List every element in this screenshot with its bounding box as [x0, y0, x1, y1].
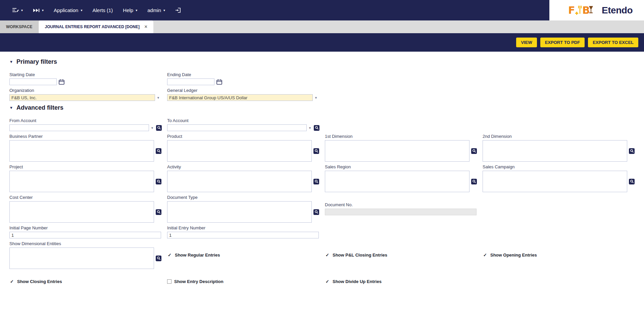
export-pdf-button[interactable]: EXPORT TO PDF: [540, 38, 585, 47]
ending-date-calendar-button[interactable]: [216, 79, 222, 85]
magnifier-icon: [472, 179, 476, 183]
collapse-arrow-icon[interactable]: ▼: [9, 60, 13, 64]
magnifier-icon: [630, 149, 634, 153]
checkbox-icon[interactable]: ✓: [325, 279, 330, 284]
app-root: ▾ ▾ Application ▾ Alerts (1) Help ▾: [0, 0, 644, 284]
field-2nd-dimension: 2nd Dimension: [483, 134, 640, 162]
checkbox-icon[interactable]: [167, 279, 171, 284]
show-dimensional-entities-search-button[interactable]: [156, 256, 161, 261]
section-title: Primary filters: [16, 58, 57, 65]
logout-button[interactable]: [175, 7, 181, 13]
fnb-logo: F B: [568, 4, 594, 17]
sales-region-search-button[interactable]: [471, 179, 477, 184]
collapse-arrow-icon[interactable]: ▼: [9, 106, 13, 110]
field-label: General Ledger: [167, 88, 325, 93]
show-dimensional-entities-input[interactable]: [9, 247, 154, 269]
checkbox-icon[interactable]: ✓: [9, 279, 14, 284]
svg-text:B: B: [582, 4, 590, 16]
svg-text:F: F: [568, 4, 575, 16]
field-label: 1st Dimension: [325, 134, 483, 139]
calendar-icon: [59, 79, 64, 85]
field-general-ledger: General Ledger F&B International Group U…: [167, 88, 325, 101]
business-partner-input[interactable]: [9, 140, 154, 162]
field-initial-entry-number: Initial Entry Number: [167, 225, 325, 238]
checkbox-show-regular-entries[interactable]: ✓ Show Regular Entries: [167, 253, 325, 258]
from-account-input[interactable]: [9, 124, 149, 131]
tab-workspace[interactable]: WORKSPACE: [0, 20, 39, 33]
from-account-search-button[interactable]: [156, 125, 162, 131]
organization-select[interactable]: F&B US, Inc.: [9, 94, 155, 101]
activity-search-button[interactable]: [313, 179, 319, 184]
field-cost-center: Cost Center: [9, 195, 167, 223]
sales-campaign-search-button[interactable]: [629, 179, 635, 184]
chevron-down-icon[interactable]: ▾: [156, 96, 160, 100]
sales-region-input[interactable]: [325, 171, 469, 192]
ending-date-input[interactable]: [167, 78, 214, 85]
field-initial-page-number: Initial Page Number: [9, 225, 167, 238]
1st-dimension-input[interactable]: [325, 140, 469, 162]
checkbox-label: Show Opening Entries: [490, 253, 537, 258]
to-account-input[interactable]: [167, 124, 307, 131]
starting-date-calendar-button[interactable]: [59, 79, 64, 85]
checkbox-show-closing-entries[interactable]: ✓ Show Closing Entries: [9, 279, 167, 284]
checkbox-icon[interactable]: ✓: [167, 253, 172, 258]
export-excel-button[interactable]: EXPORT TO EXCEL: [588, 38, 638, 47]
close-icon[interactable]: ×: [144, 24, 147, 30]
2nd-dimension-search-button[interactable]: [629, 148, 635, 154]
general-ledger-value: F&B International Group US/A/US Dollar: [169, 95, 247, 100]
view-button[interactable]: VIEW: [516, 38, 537, 47]
chevron-down-icon[interactable]: ▾: [314, 96, 318, 100]
magnifier-icon: [314, 149, 318, 153]
document-type-search-button[interactable]: [313, 209, 319, 215]
document-type-input[interactable]: [167, 201, 312, 223]
checkbox-show-entry-description[interactable]: Show Entry Description: [167, 279, 325, 284]
cost-center-search-button[interactable]: [156, 209, 161, 215]
section-primary-filters[interactable]: ▼ Primary filters: [9, 58, 644, 65]
field-label: Show Dimensional Entities: [9, 241, 167, 246]
project-input[interactable]: [9, 171, 154, 192]
product-input[interactable]: [167, 140, 312, 162]
checkbox-icon[interactable]: ✓: [325, 253, 330, 258]
to-account-search-button[interactable]: [314, 125, 319, 131]
nav-user[interactable]: admin ▾: [147, 7, 165, 13]
fast-forward-icon: [33, 8, 40, 12]
checkbox-show-opening-entries[interactable]: ✓ Show Opening Entries: [483, 253, 640, 258]
section-advanced-filters[interactable]: ▼ Advanced filters: [9, 104, 644, 111]
chevron-down-icon[interactable]: ▾: [308, 126, 312, 130]
activity-input[interactable]: [167, 171, 312, 192]
product-search-button[interactable]: [313, 148, 319, 154]
field-show-dimensional-entities: Show Dimensional Entities: [9, 241, 167, 269]
field-label: Project: [9, 164, 167, 169]
sales-campaign-input[interactable]: [483, 171, 627, 192]
checkbox-show-divide-up-entries[interactable]: ✓ Show Divide Up Entries: [325, 279, 483, 284]
nav-alerts[interactable]: Alerts (1): [92, 7, 113, 13]
field-label: Document No.: [325, 202, 483, 207]
initial-entry-number-input[interactable]: [167, 232, 319, 238]
field-project: Project: [9, 164, 167, 192]
nav-help[interactable]: Help ▾: [123, 7, 137, 13]
row-selectors-3: Cost Center Document Type Do: [0, 195, 644, 223]
tab-journal-entries-report[interactable]: JOURNAL ENTRIES REPORT ADVANCED [DONE] ×: [39, 20, 153, 33]
business-partner-search-button[interactable]: [156, 148, 161, 154]
row-dimensional-checkboxes: Show Dimensional Entities ✓ Show Regular…: [0, 241, 644, 269]
organization-value: F&B US, Inc.: [11, 95, 37, 100]
2nd-dimension-input[interactable]: [483, 140, 627, 162]
field-label: Initial Entry Number: [167, 225, 325, 230]
magnifier-icon: [157, 179, 161, 183]
chevron-down-icon[interactable]: ▾: [150, 126, 154, 130]
1st-dimension-search-button[interactable]: [471, 148, 477, 154]
general-ledger-select[interactable]: F&B International Group US/A/US Dollar: [167, 94, 313, 101]
tab-bar: WORKSPACE JOURNAL ENTRIES REPORT ADVANCE…: [0, 20, 644, 33]
field-business-partner: Business Partner: [9, 134, 167, 162]
initial-page-number-input[interactable]: [9, 232, 161, 238]
checkbox-show-pl-closing-entries[interactable]: ✓ Show P&L Closing Entries: [325, 253, 483, 258]
cost-center-input[interactable]: [9, 201, 154, 223]
widget-menu-button[interactable]: ▾: [12, 7, 23, 13]
starting-date-input[interactable]: [9, 78, 57, 85]
project-search-button[interactable]: [156, 179, 161, 184]
quick-launch-button[interactable]: ▾: [33, 8, 44, 12]
nav-application[interactable]: Application ▾: [54, 7, 82, 13]
nav-alerts-label: Alerts (1): [92, 7, 113, 13]
checkbox-icon[interactable]: ✓: [483, 253, 488, 258]
field-document-no: Document No.: [325, 195, 483, 215]
